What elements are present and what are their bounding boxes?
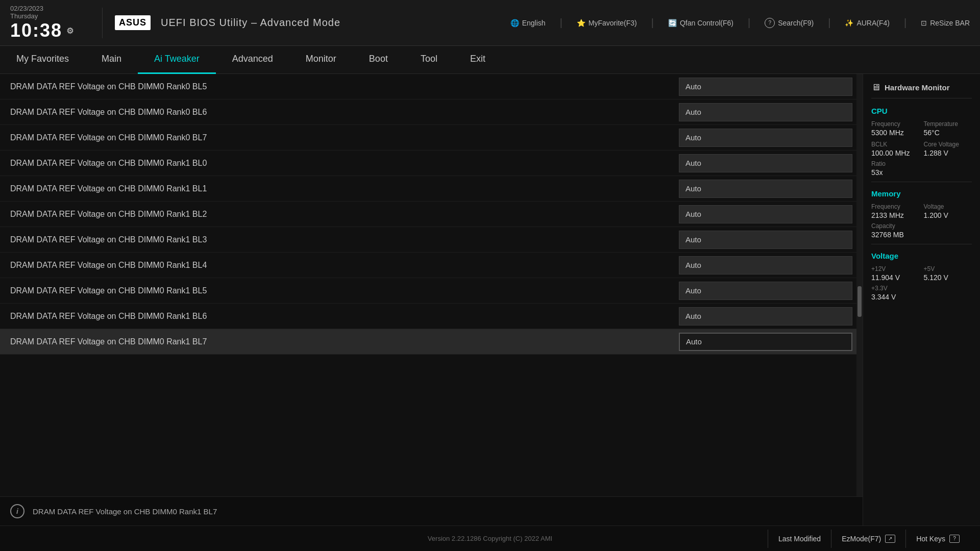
nav-exit[interactable]: Exit [454, 46, 502, 74]
cpu-temperature-label: Temperature [924, 120, 972, 128]
scroll-thumb[interactable] [857, 286, 862, 317]
toolbar-language[interactable]: 🌐 English [510, 19, 546, 27]
content-wrapper: DRAM DATA REF Voltage on CHB DIMM0 Rank0… [0, 74, 863, 525]
mem-voltage-value: 1.200 V [924, 211, 972, 219]
setting-row-bl3-chb-r1[interactable]: DRAM DATA REF Voltage on CHB DIMM0 Rank1… [0, 227, 863, 253]
cpu-frequency-value: 5300 MHz [871, 129, 920, 137]
asus-logo-text: ASUS [115, 15, 151, 30]
value-bl4-chb-r1[interactable]: Auto [679, 256, 852, 274]
v33-value: 3.344 V [871, 293, 972, 301]
settings-list: DRAM DATA REF Voltage on CHB DIMM0 Rank0… [0, 74, 863, 355]
setting-row-bl0-chb-r1[interactable]: DRAM DATA REF Voltage on CHB DIMM0 Rank1… [0, 151, 863, 176]
cpu-frequency-item: Frequency 5300 MHz [871, 120, 920, 137]
header-divider [102, 8, 103, 38]
header-toolbar: 🌐 English | ⭐ MyFavorite(F3) | 🔄 Qfan Co… [510, 17, 970, 29]
asus-logo: ASUS [115, 15, 151, 30]
toolbar-resizebar[interactable]: ⊡ ReSize BAR [921, 19, 970, 27]
value-bl1-chb-r1[interactable]: Auto [679, 180, 852, 198]
cpu-frequency-label: Frequency [871, 120, 920, 128]
setting-row-bl6-chb-r1[interactable]: DRAM DATA REF Voltage on CHB DIMM0 Rank1… [0, 304, 863, 329]
header: 02/23/2023 Thursday 10:38 ⚙ ASUS UEFI BI… [0, 0, 980, 46]
setting-row-bl7-chb-r0[interactable]: DRAM DATA REF Voltage on CHB DIMM0 Rank0… [0, 125, 863, 151]
cpu-ratio-item: Ratio 53x [871, 160, 972, 177]
value-bl7-chb-r0[interactable]: Auto [679, 129, 852, 147]
header-title: UEFI BIOS Utility – Advanced Mode [161, 17, 340, 29]
v5-label: +5V [924, 265, 972, 272]
nav-advanced[interactable]: Advanced [216, 46, 289, 74]
value-bl0-chb-r1[interactable]: Auto [679, 154, 852, 172]
value-bl6-chb-r0[interactable]: Auto [679, 103, 852, 121]
setting-row-bl7-chb-r1[interactable]: DRAM DATA REF Voltage on CHB DIMM0 Rank1… [0, 329, 863, 355]
setting-row-bl4-chb-r1[interactable]: DRAM DATA REF Voltage on CHB DIMM0 Rank1… [0, 253, 863, 278]
cpu-bclk-item: BCLK 100.00 MHz [871, 141, 920, 157]
language-icon: 🌐 [510, 19, 519, 27]
settings-content: DRAM DATA REF Voltage on CHB DIMM0 Rank0… [0, 74, 863, 496]
ez-mode-icon: ↗ [885, 535, 895, 543]
mem-voltage-label: Voltage [924, 203, 972, 210]
info-icon: i [10, 504, 24, 518]
nav-boot[interactable]: Boot [353, 46, 404, 74]
value-bl7-chb-r1[interactable]: Auto [679, 333, 852, 351]
hw-monitor-title: Hardware Monitor [885, 83, 950, 92]
nav-monitor[interactable]: Monitor [289, 46, 353, 74]
ez-mode-button[interactable]: EzMode(F7) ↗ [831, 530, 905, 548]
toolbar-qfan[interactable]: 🔄 Qfan Control(F6) [668, 19, 733, 27]
settings-gear-icon[interactable]: ⚙ [66, 26, 75, 36]
setting-row-bl2-chb-r1[interactable]: DRAM DATA REF Voltage on CHB DIMM0 Rank1… [0, 202, 863, 227]
nav-tool[interactable]: Tool [404, 46, 454, 74]
value-bl6-chb-r1[interactable]: Auto [679, 307, 852, 325]
mem-capacity-label: Capacity [871, 222, 972, 230]
mem-frequency-value: 2133 MHz [871, 211, 920, 219]
nav-main[interactable]: Main [85, 46, 138, 74]
mem-frequency-item: Frequency 2133 MHz [871, 203, 920, 219]
last-modified-button[interactable]: Last Modified [768, 530, 831, 548]
v33-item: +3.3V 3.344 V [871, 285, 972, 301]
v12-value: 11.904 V [871, 273, 920, 282]
nav-ai-tweaker[interactable]: Ai Tweaker [138, 46, 216, 74]
cpu-grid: Frequency 5300 MHz Temperature 56°C BCLK… [871, 120, 972, 157]
cpu-core-voltage-label: Core Voltage [924, 141, 972, 148]
setting-row-bl1-chb-r1[interactable]: DRAM DATA REF Voltage on CHB DIMM0 Rank1… [0, 176, 863, 202]
cpu-bclk-label: BCLK [871, 141, 920, 148]
cpu-temperature-item: Temperature 56°C [924, 120, 972, 137]
sep4: | [828, 17, 830, 29]
value-bl5-chb-r1[interactable]: Auto [679, 282, 852, 300]
cpu-core-voltage-value: 1.288 V [924, 149, 972, 157]
v12-label: +12V [871, 265, 920, 272]
voltage-grid: +12V 11.904 V +5V 5.120 V [871, 265, 972, 282]
info-bar: i DRAM DATA REF Voltage on CHB DIMM0 Ran… [0, 496, 863, 525]
qfan-icon: 🔄 [668, 19, 677, 27]
nav-my-favorites[interactable]: My Favorites [0, 46, 85, 74]
hot-keys-button[interactable]: Hot Keys ? [905, 530, 970, 548]
value-bl5-chb-r0[interactable]: Auto [679, 78, 852, 96]
datetime-area: 02/23/2023 Thursday 10:38 ⚙ [10, 0, 75, 46]
mem-frequency-label: Frequency [871, 203, 920, 210]
resizebar-icon: ⊡ [921, 19, 927, 27]
myfavorite-icon: ⭐ [577, 19, 585, 27]
setting-row-bl5-chb-r0[interactable]: DRAM DATA REF Voltage on CHB DIMM0 Rank0… [0, 74, 863, 99]
setting-row-bl5-chb-r1[interactable]: DRAM DATA REF Voltage on CHB DIMM0 Rank1… [0, 278, 863, 304]
aura-icon: ✨ [845, 19, 853, 27]
setting-row-bl6-chb-r0[interactable]: DRAM DATA REF Voltage on CHB DIMM0 Rank0… [0, 99, 863, 125]
toolbar-myfavorite[interactable]: ⭐ MyFavorite(F3) [577, 19, 637, 27]
datetime-time: 10:38 ⚙ [10, 20, 75, 41]
sep5: | [904, 17, 906, 29]
sep2: | [651, 17, 654, 29]
value-bl2-chb-r1[interactable]: Auto [679, 205, 852, 223]
memory-grid: Frequency 2133 MHz Voltage 1.200 V [871, 203, 972, 219]
top-navigation: My Favorites Main Ai Tweaker Advanced Mo… [0, 46, 980, 74]
scrollbar[interactable] [856, 74, 863, 496]
value-bl3-chb-r1[interactable]: Auto [679, 231, 852, 249]
footer-version: Version 2.22.1286 Copyright (C) 2022 AMI [428, 535, 552, 542]
hardware-monitor-panel: 🖥 Hardware Monitor CPU Frequency 5300 MH… [863, 74, 980, 525]
main-layout: DRAM DATA REF Voltage on CHB DIMM0 Rank0… [0, 74, 980, 525]
monitor-icon: 🖥 [871, 82, 880, 93]
cpu-divider [871, 182, 972, 182]
cpu-ratio-label: Ratio [871, 160, 972, 167]
toolbar-aura[interactable]: ✨ AURA(F4) [845, 19, 890, 27]
toolbar-search[interactable]: ? Search(F9) [765, 18, 814, 28]
search-icon: ? [765, 18, 775, 28]
footer-buttons: Last Modified EzMode(F7) ↗ Hot Keys ? [768, 530, 970, 548]
datetime-date: 02/23/2023 Thursday [10, 5, 75, 20]
mem-voltage-item: Voltage 1.200 V [924, 203, 972, 219]
